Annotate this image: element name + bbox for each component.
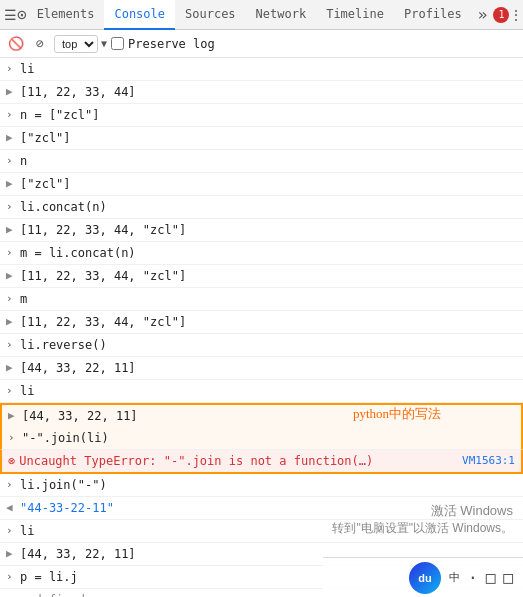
line-text: ["zcl"] (20, 129, 517, 147)
taskbar-dot-icon[interactable]: · (468, 568, 478, 587)
line-text: li.reverse() (20, 336, 517, 354)
taskbar-ime-text[interactable]: 中 (449, 570, 460, 585)
console-line: ▶ [11, 22, 33, 44, "zcl"] (0, 265, 523, 288)
input-arrow: › (6, 522, 16, 540)
taskbar-window-icon1[interactable]: □ (486, 568, 496, 587)
devtools-inspect-icon[interactable]: ⊙ (17, 3, 27, 27)
input-arrow: › (6, 382, 16, 400)
tab-profiles[interactable]: Profiles (394, 0, 472, 30)
output-arrow: ▶ (6, 267, 16, 285)
error-icon: ⊗ (8, 452, 15, 470)
console-line-error: ⊗ Uncaught TypeError: "-".join is not a … (0, 450, 523, 474)
console-line: ▶ [44, 33, 22, 11] (0, 357, 523, 380)
output-arrow: ▶ (6, 129, 16, 147)
line-text: li (20, 60, 517, 78)
devtools-tab-bar: ☰ ⊙ Elements Console Sources Network Tim… (0, 0, 523, 30)
input-arrow: › (6, 106, 16, 124)
console-line: › n (0, 150, 523, 173)
output-arrow: ▶ (6, 221, 16, 239)
taskbar-window-icon2[interactable]: □ (503, 568, 513, 587)
output-arrow: ▶ (6, 175, 16, 193)
console-line: › m = li.concat(n) (0, 242, 523, 265)
error-badge-area: 1 (493, 7, 509, 23)
tab-elements[interactable]: Elements (27, 0, 105, 30)
tab-network[interactable]: Network (246, 0, 317, 30)
tab-console[interactable]: Console (104, 0, 175, 30)
console-line: › m (0, 288, 523, 311)
input-arrow: › (8, 429, 18, 447)
preserve-log-label[interactable]: Preserve log (111, 37, 215, 51)
filter-select-input[interactable]: top (54, 35, 98, 53)
output-arrow: ▶ (8, 407, 18, 425)
input-arrow: › (6, 198, 16, 216)
console-line: › "-".join(li) (0, 427, 523, 450)
filter-arrow-icon: ▼ (101, 38, 107, 49)
output-arrow: ◀ (6, 591, 16, 597)
filter-icon[interactable]: ⊘ (30, 34, 50, 54)
input-arrow: › (6, 476, 16, 494)
output-arrow: ▶ (6, 359, 16, 377)
line-text: li (20, 382, 517, 400)
error-count-badge: 1 (493, 7, 509, 23)
console-line: › li.reverse() (0, 334, 523, 357)
input-arrow: › (6, 60, 16, 78)
console-line: › n = ["zcl"] (0, 104, 523, 127)
output-arrow: ▶ (6, 313, 16, 331)
console-line: ▶ [11, 22, 33, 44, "zcl"] (0, 219, 523, 242)
console-line: › li (0, 58, 523, 81)
line-text: "44-33-22-11" (20, 499, 517, 517)
preserve-log-text: Preserve log (128, 37, 215, 51)
console-line: › li.join("-") (0, 474, 523, 497)
line-text: [44, 33, 22, 11] (20, 359, 517, 377)
preserve-log-checkbox[interactable] (111, 37, 124, 50)
console-line: › li (0, 520, 523, 543)
error-text: Uncaught TypeError: "-".join is not a fu… (19, 452, 452, 470)
line-text: [44, 33, 22, 11] (22, 407, 515, 425)
output-arrow: ▶ (6, 83, 16, 101)
console-toolbar: 🚫 ⊘ top ▼ Preserve log (0, 30, 523, 58)
line-text: m = li.concat(n) (20, 244, 517, 262)
input-arrow: › (6, 244, 16, 262)
line-text: [11, 22, 33, 44, "zcl"] (20, 221, 517, 239)
console-line: ▶ [44, 33, 22, 11] python中的写法 (0, 403, 523, 427)
devtools-menu-icon[interactable]: ☰ (4, 3, 17, 27)
tab-sources[interactable]: Sources (175, 0, 246, 30)
console-line: › li.concat(n) (0, 196, 523, 219)
line-text: n = ["zcl"] (20, 106, 517, 124)
taskbar-area: du 中 · □ □ (323, 557, 523, 597)
input-arrow: › (6, 290, 16, 308)
output-arrow: ◀ (6, 499, 16, 517)
line-text: m (20, 290, 517, 308)
baidu-icon[interactable]: du (409, 562, 441, 594)
line-text: li.join("-") (20, 476, 517, 494)
console-line: ◀ "44-33-22-11" (0, 497, 523, 520)
console-line: ▶ [11, 22, 33, 44, "zcl"] (0, 311, 523, 334)
clear-console-icon[interactable]: 🚫 (6, 34, 26, 54)
tab-more-button[interactable]: » (472, 5, 494, 24)
tab-timeline[interactable]: Timeline (316, 0, 394, 30)
error-source-link[interactable]: VM1563:1 (452, 452, 515, 470)
filter-dropdown[interactable]: top ▼ (54, 35, 107, 53)
line-text: li.concat(n) (20, 198, 517, 216)
line-text: "-".join(li) (22, 429, 515, 447)
output-arrow: ▶ (6, 545, 16, 563)
line-text: ["zcl"] (20, 175, 517, 193)
line-text: n (20, 152, 517, 170)
line-text: [11, 22, 33, 44] (20, 83, 517, 101)
console-line: ▶ ["zcl"] (0, 173, 523, 196)
line-text: [11, 22, 33, 44, "zcl"] (20, 313, 517, 331)
console-output-area: › li ▶ [11, 22, 33, 44] › n = ["zcl"] ▶ … (0, 58, 523, 597)
input-arrow: › (6, 568, 16, 586)
console-line: ▶ ["zcl"] (0, 127, 523, 150)
line-text: [11, 22, 33, 44, "zcl"] (20, 267, 517, 285)
console-line: › li (0, 380, 523, 403)
line-text: li (20, 522, 517, 540)
console-line: ▶ [11, 22, 33, 44] (0, 81, 523, 104)
input-arrow: › (6, 336, 16, 354)
devtools-more-button[interactable]: ⋮ (509, 4, 523, 26)
input-arrow: › (6, 152, 16, 170)
